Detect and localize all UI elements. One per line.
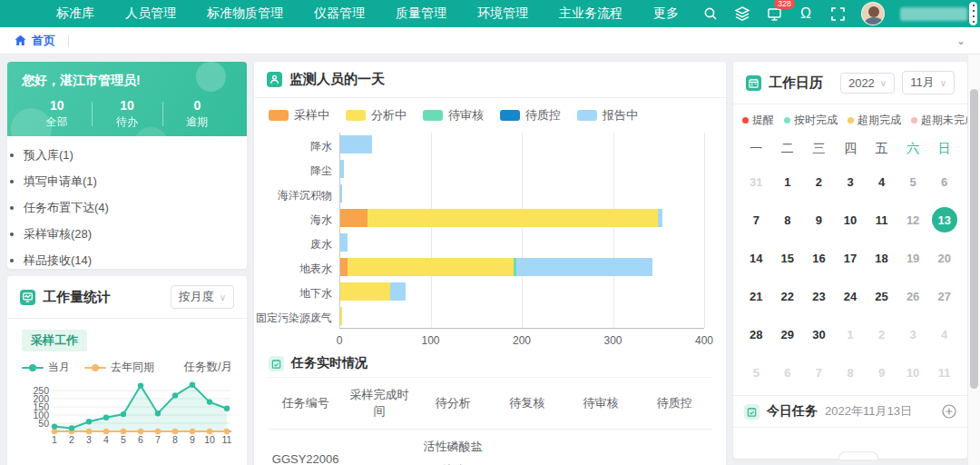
calendar-day[interactable]: 11 (866, 201, 897, 239)
todo-list-item[interactable]: 样品接收(14) (24, 247, 230, 269)
chevron-down-icon[interactable]: ⌄ (956, 35, 965, 47)
calendar-day[interactable]: 17 (835, 239, 867, 277)
nav-item[interactable]: 主业务流程 (559, 5, 622, 22)
svg-text:10: 10 (204, 434, 215, 445)
bar-row[interactable]: 降水 (339, 133, 704, 157)
collapse-handle[interactable] (838, 451, 878, 460)
calendar-day[interactable]: 28 (740, 315, 772, 353)
legend-item[interactable]: 待质控 (500, 107, 561, 124)
calendar-day[interactable]: 6 (928, 163, 960, 201)
calendar-day-selected[interactable]: 13 (928, 201, 960, 239)
scrollbar-thumb[interactable] (970, 89, 978, 389)
calendar-day[interactable]: 31 (740, 163, 772, 201)
legend-item[interactable]: 去年同期 (84, 360, 154, 375)
calendar-day[interactable]: 20 (928, 239, 960, 277)
bar-row[interactable]: 海水 (339, 206, 704, 231)
calendar-day[interactable]: 21 (740, 277, 772, 315)
bar-row[interactable]: 海洋沉积物 (339, 182, 704, 206)
calendar-day[interactable]: 7 (803, 353, 835, 391)
calendar-day[interactable]: 14 (740, 239, 772, 277)
bar-row[interactable]: 固定污染源废气 (339, 304, 704, 329)
today-tasks-header: 今日任务 2022年11月13日 (733, 395, 967, 428)
calendar-day[interactable]: 4 (928, 315, 960, 353)
calendar-day[interactable]: 5 (897, 163, 929, 201)
table-row[interactable]: GGSY22006活性磷酸盐总磷 (269, 430, 711, 465)
fullscreen-icon[interactable] (829, 5, 846, 22)
calendar-day[interactable]: 11 (928, 353, 960, 391)
legend-item[interactable]: 待审核 (423, 107, 484, 124)
calendar-day[interactable]: 10 (835, 201, 867, 239)
calendar-day[interactable]: 12 (897, 201, 929, 239)
todo-list-item[interactable]: 采样审核(28) (24, 221, 230, 247)
search-icon[interactable] (702, 5, 719, 22)
layers-icon[interactable] (734, 5, 750, 22)
bar-row[interactable]: 废水 (339, 231, 704, 255)
calendar-day[interactable]: 3 (835, 163, 867, 201)
calendar-day[interactable]: 27 (928, 277, 960, 315)
legend-swatch (577, 110, 597, 121)
bar-category-label: 降水 (254, 139, 332, 154)
table-cell-line: 活性磷酸盐 (418, 435, 488, 459)
legend-label: 超期完成 (858, 113, 901, 128)
today-task-icon (744, 404, 760, 420)
calendar-day[interactable]: 5 (740, 353, 772, 391)
calendar-day[interactable]: 4 (866, 163, 897, 201)
month-select[interactable]: 11月 ∨ (902, 71, 955, 94)
omega-icon[interactable]: Ω (798, 5, 814, 22)
calendar-grid: 一二三四五六日311234567891011121314151617181920… (733, 130, 967, 391)
plus-icon[interactable] (942, 404, 956, 419)
breadcrumb-home[interactable]: 首页 (15, 33, 55, 49)
calendar-day[interactable]: 30 (803, 315, 835, 353)
calendar-day[interactable]: 15 (772, 239, 804, 277)
nav-item[interactable]: 仪器管理 (314, 5, 365, 22)
bar-row[interactable]: 地表水 (339, 255, 704, 280)
nav-item[interactable]: 标准物质管理 (207, 5, 283, 22)
legend-item[interactable]: 报告中 (577, 107, 638, 124)
calendar-day[interactable]: 29 (772, 315, 804, 353)
calendar-day[interactable]: 2 (866, 315, 897, 353)
workload-line-chart: 501001502002501234567891011 (13, 377, 234, 448)
calendar-day[interactable]: 8 (835, 353, 867, 391)
calendar-day[interactable]: 8 (772, 201, 804, 239)
nav-item[interactable]: 质量管理 (396, 5, 446, 22)
today-tasks-title: 今日任务 (767, 403, 818, 420)
bar-segment (340, 282, 390, 301)
calendar-day[interactable]: 26 (897, 277, 929, 315)
nav-item[interactable]: 环境管理 (477, 5, 528, 22)
calendar-day[interactable]: 1 (772, 163, 804, 201)
nav-item[interactable]: 人员管理 (125, 5, 176, 22)
calendar-day[interactable]: 9 (803, 201, 835, 239)
calendar-day[interactable]: 19 (897, 239, 929, 277)
calendar-day[interactable]: 3 (897, 315, 929, 353)
legend-item[interactable]: 采样中 (269, 107, 329, 124)
calendar-day[interactable]: 6 (772, 353, 804, 391)
calendar-day[interactable]: 25 (866, 277, 897, 315)
bar-row[interactable]: 地下水 (339, 280, 704, 304)
todo-list-item[interactable]: 填写申请单(1) (24, 168, 230, 194)
nav-item[interactable]: 标准库 (56, 5, 94, 22)
todo-list-item[interactable]: 预入库(1) (24, 142, 230, 168)
workload-filter-select[interactable]: 按月度 ∨ (171, 285, 234, 309)
side-widget-pill[interactable] (969, 2, 977, 25)
calendar-day[interactable]: 22 (772, 277, 804, 315)
calendar-day[interactable]: 2 (803, 163, 835, 201)
year-select[interactable]: 2022 ∨ (840, 73, 895, 94)
todo-list: 预入库(1)填写申请单(1)任务布置下达(4)采样审核(28)样品接收(14) (7, 136, 247, 269)
calendar-day[interactable]: 7 (740, 201, 772, 239)
calendar-day[interactable]: 9 (866, 353, 897, 391)
calendar-day[interactable]: 1 (835, 315, 867, 353)
calendar-day[interactable]: 23 (803, 277, 835, 315)
calendar-day[interactable]: 18 (866, 239, 897, 277)
calendar-day[interactable]: 10 (897, 353, 929, 391)
todo-list-item[interactable]: 任务布置下达(4) (24, 194, 230, 221)
user-avatar[interactable] (861, 2, 885, 25)
nav-item[interactable]: 更多 (653, 5, 679, 22)
bar-row[interactable]: 降尘 (339, 157, 704, 182)
calendar-day[interactable]: 24 (835, 277, 867, 315)
task-section-title: 任务实时情况 (291, 355, 368, 371)
svg-text:6: 6 (138, 434, 143, 445)
legend-item[interactable]: 当月 (22, 360, 70, 375)
legend-item[interactable]: 分析中 (346, 107, 407, 124)
notifications-icon[interactable]: 328 (766, 5, 782, 22)
calendar-day[interactable]: 16 (803, 239, 835, 277)
